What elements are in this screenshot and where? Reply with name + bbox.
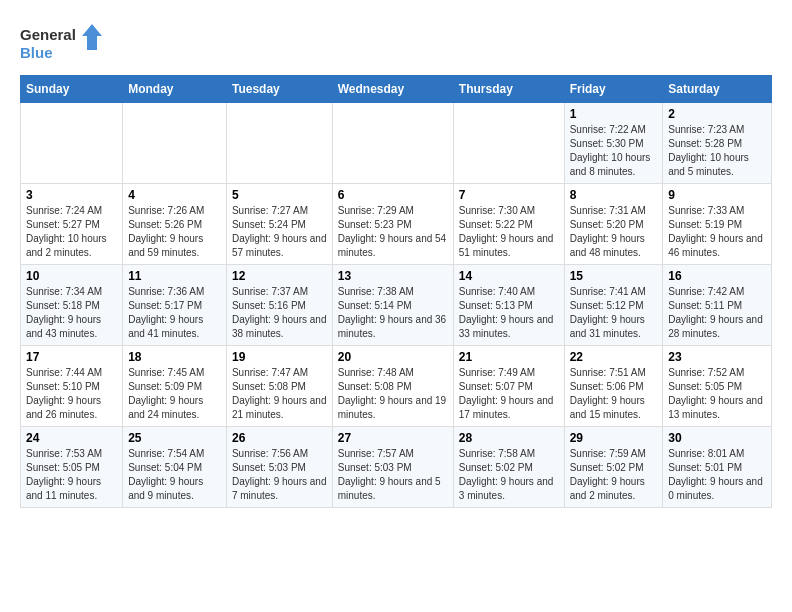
calendar-body: 1Sunrise: 7:22 AM Sunset: 5:30 PM Daylig… [21,103,772,508]
calendar-cell: 15Sunrise: 7:41 AM Sunset: 5:12 PM Dayli… [564,265,663,346]
day-number: 11 [128,269,221,283]
day-detail: Sunrise: 7:23 AM Sunset: 5:28 PM Dayligh… [668,123,766,179]
day-detail: Sunrise: 7:36 AM Sunset: 5:17 PM Dayligh… [128,285,221,341]
calendar-cell: 22Sunrise: 7:51 AM Sunset: 5:06 PM Dayli… [564,346,663,427]
calendar-cell: 24Sunrise: 7:53 AM Sunset: 5:05 PM Dayli… [21,427,123,508]
day-detail: Sunrise: 7:31 AM Sunset: 5:20 PM Dayligh… [570,204,658,260]
day-detail: Sunrise: 7:48 AM Sunset: 5:08 PM Dayligh… [338,366,448,422]
calendar-cell: 29Sunrise: 7:59 AM Sunset: 5:02 PM Dayli… [564,427,663,508]
day-number: 7 [459,188,559,202]
day-detail: Sunrise: 7:56 AM Sunset: 5:03 PM Dayligh… [232,447,327,503]
calendar-cell [332,103,453,184]
calendar-cell: 2Sunrise: 7:23 AM Sunset: 5:28 PM Daylig… [663,103,772,184]
day-number: 5 [232,188,327,202]
calendar-cell: 30Sunrise: 8:01 AM Sunset: 5:01 PM Dayli… [663,427,772,508]
header: General Blue [20,20,772,65]
calendar-cell: 18Sunrise: 7:45 AM Sunset: 5:09 PM Dayli… [123,346,227,427]
calendar-cell: 11Sunrise: 7:36 AM Sunset: 5:17 PM Dayli… [123,265,227,346]
day-detail: Sunrise: 7:57 AM Sunset: 5:03 PM Dayligh… [338,447,448,503]
day-number: 27 [338,431,448,445]
day-number: 12 [232,269,327,283]
calendar-cell: 17Sunrise: 7:44 AM Sunset: 5:10 PM Dayli… [21,346,123,427]
calendar-cell: 28Sunrise: 7:58 AM Sunset: 5:02 PM Dayli… [453,427,564,508]
week-row-1: 1Sunrise: 7:22 AM Sunset: 5:30 PM Daylig… [21,103,772,184]
day-detail: Sunrise: 7:49 AM Sunset: 5:07 PM Dayligh… [459,366,559,422]
calendar-table: SundayMondayTuesdayWednesdayThursdayFrid… [20,75,772,508]
calendar-cell: 6Sunrise: 7:29 AM Sunset: 5:23 PM Daylig… [332,184,453,265]
day-number: 25 [128,431,221,445]
calendar-cell: 10Sunrise: 7:34 AM Sunset: 5:18 PM Dayli… [21,265,123,346]
day-number: 26 [232,431,327,445]
calendar-cell: 4Sunrise: 7:26 AM Sunset: 5:26 PM Daylig… [123,184,227,265]
day-detail: Sunrise: 7:22 AM Sunset: 5:30 PM Dayligh… [570,123,658,179]
weekday-header-row: SundayMondayTuesdayWednesdayThursdayFrid… [21,76,772,103]
day-detail: Sunrise: 7:47 AM Sunset: 5:08 PM Dayligh… [232,366,327,422]
week-row-4: 17Sunrise: 7:44 AM Sunset: 5:10 PM Dayli… [21,346,772,427]
calendar-cell: 23Sunrise: 7:52 AM Sunset: 5:05 PM Dayli… [663,346,772,427]
calendar-cell: 14Sunrise: 7:40 AM Sunset: 5:13 PM Dayli… [453,265,564,346]
calendar-cell: 27Sunrise: 7:57 AM Sunset: 5:03 PM Dayli… [332,427,453,508]
day-detail: Sunrise: 7:24 AM Sunset: 5:27 PM Dayligh… [26,204,117,260]
calendar-cell: 19Sunrise: 7:47 AM Sunset: 5:08 PM Dayli… [226,346,332,427]
day-number: 4 [128,188,221,202]
day-number: 19 [232,350,327,364]
svg-marker-2 [82,24,102,50]
calendar-cell: 3Sunrise: 7:24 AM Sunset: 5:27 PM Daylig… [21,184,123,265]
calendar-cell [226,103,332,184]
calendar-cell: 25Sunrise: 7:54 AM Sunset: 5:04 PM Dayli… [123,427,227,508]
day-detail: Sunrise: 7:34 AM Sunset: 5:18 PM Dayligh… [26,285,117,341]
weekday-header-wednesday: Wednesday [332,76,453,103]
day-detail: Sunrise: 7:38 AM Sunset: 5:14 PM Dayligh… [338,285,448,341]
calendar-cell [21,103,123,184]
day-detail: Sunrise: 7:41 AM Sunset: 5:12 PM Dayligh… [570,285,658,341]
day-detail: Sunrise: 8:01 AM Sunset: 5:01 PM Dayligh… [668,447,766,503]
day-number: 18 [128,350,221,364]
day-detail: Sunrise: 7:52 AM Sunset: 5:05 PM Dayligh… [668,366,766,422]
day-detail: Sunrise: 7:45 AM Sunset: 5:09 PM Dayligh… [128,366,221,422]
svg-text:General: General [20,26,76,43]
day-detail: Sunrise: 7:42 AM Sunset: 5:11 PM Dayligh… [668,285,766,341]
day-number: 9 [668,188,766,202]
calendar-cell: 12Sunrise: 7:37 AM Sunset: 5:16 PM Dayli… [226,265,332,346]
calendar-cell: 5Sunrise: 7:27 AM Sunset: 5:24 PM Daylig… [226,184,332,265]
day-number: 21 [459,350,559,364]
calendar-cell: 1Sunrise: 7:22 AM Sunset: 5:30 PM Daylig… [564,103,663,184]
day-detail: Sunrise: 7:26 AM Sunset: 5:26 PM Dayligh… [128,204,221,260]
logo-svg: General Blue [20,20,110,65]
day-number: 29 [570,431,658,445]
weekday-header-thursday: Thursday [453,76,564,103]
day-number: 6 [338,188,448,202]
week-row-2: 3Sunrise: 7:24 AM Sunset: 5:27 PM Daylig… [21,184,772,265]
day-number: 14 [459,269,559,283]
week-row-5: 24Sunrise: 7:53 AM Sunset: 5:05 PM Dayli… [21,427,772,508]
day-detail: Sunrise: 7:37 AM Sunset: 5:16 PM Dayligh… [232,285,327,341]
day-detail: Sunrise: 7:40 AM Sunset: 5:13 PM Dayligh… [459,285,559,341]
weekday-header-friday: Friday [564,76,663,103]
day-number: 22 [570,350,658,364]
day-detail: Sunrise: 7:58 AM Sunset: 5:02 PM Dayligh… [459,447,559,503]
week-row-3: 10Sunrise: 7:34 AM Sunset: 5:18 PM Dayli… [21,265,772,346]
day-number: 16 [668,269,766,283]
day-detail: Sunrise: 7:54 AM Sunset: 5:04 PM Dayligh… [128,447,221,503]
day-number: 1 [570,107,658,121]
calendar-cell: 8Sunrise: 7:31 AM Sunset: 5:20 PM Daylig… [564,184,663,265]
day-number: 17 [26,350,117,364]
day-number: 15 [570,269,658,283]
weekday-header-sunday: Sunday [21,76,123,103]
day-number: 20 [338,350,448,364]
weekday-header-monday: Monday [123,76,227,103]
calendar-cell: 13Sunrise: 7:38 AM Sunset: 5:14 PM Dayli… [332,265,453,346]
calendar-cell [123,103,227,184]
day-number: 23 [668,350,766,364]
day-number: 2 [668,107,766,121]
day-detail: Sunrise: 7:29 AM Sunset: 5:23 PM Dayligh… [338,204,448,260]
day-number: 13 [338,269,448,283]
calendar-cell: 7Sunrise: 7:30 AM Sunset: 5:22 PM Daylig… [453,184,564,265]
calendar-cell: 21Sunrise: 7:49 AM Sunset: 5:07 PM Dayli… [453,346,564,427]
day-number: 28 [459,431,559,445]
logo: General Blue [20,20,110,65]
calendar-cell: 9Sunrise: 7:33 AM Sunset: 5:19 PM Daylig… [663,184,772,265]
day-detail: Sunrise: 7:53 AM Sunset: 5:05 PM Dayligh… [26,447,117,503]
day-number: 3 [26,188,117,202]
day-detail: Sunrise: 7:27 AM Sunset: 5:24 PM Dayligh… [232,204,327,260]
